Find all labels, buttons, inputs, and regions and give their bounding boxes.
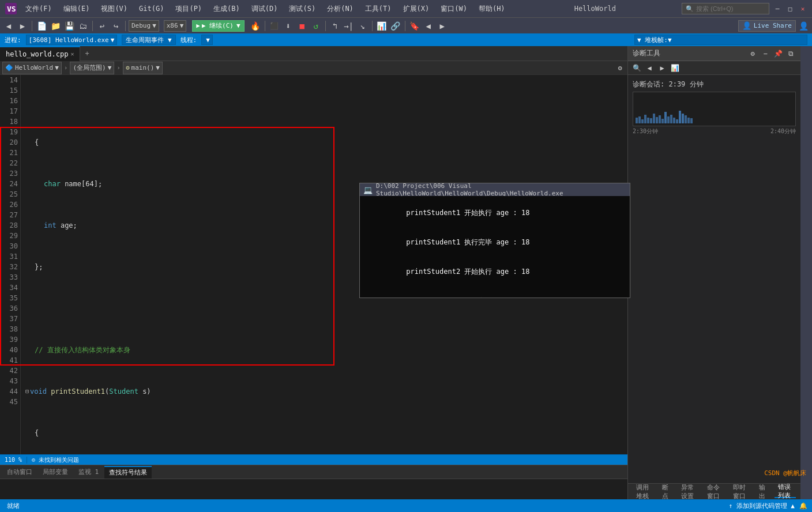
- menu-help[interactable]: 帮助(H): [475, 3, 509, 15]
- tab-immediate[interactable]: 即时窗口: [730, 485, 751, 498]
- menu-extensions[interactable]: 扩展(X): [400, 3, 433, 15]
- tab-watch1[interactable]: 监视 1: [74, 466, 103, 479]
- step-into-button[interactable]: ⬇: [282, 20, 295, 32]
- live-share-button[interactable]: 👤 Live Share: [738, 20, 796, 32]
- scope-selector[interactable]: (全局范围) ▼: [70, 62, 114, 74]
- save-all-button[interactable]: 🗂: [77, 20, 89, 32]
- menu-debug[interactable]: 调试(D): [248, 3, 281, 15]
- diag-pin-button[interactable]: 📌: [773, 48, 783, 59]
- notification-icon[interactable]: 🔔: [799, 502, 807, 510]
- tab-breakpoints[interactable]: 断点: [659, 485, 673, 498]
- scope-arrow: ▼: [108, 64, 112, 71]
- tab-find-results[interactable]: 查找符号结果: [104, 466, 152, 479]
- class-icon: 🔷: [5, 64, 13, 71]
- platform-dropdown[interactable]: x86 ▼: [164, 20, 187, 32]
- chart-labels: 2:30分钟 2:40分钟: [633, 127, 796, 135]
- bookmark-button[interactable]: 🔖: [408, 20, 421, 32]
- prev-bookmark[interactable]: ◀: [422, 20, 435, 32]
- save-button[interactable]: 💾: [63, 20, 76, 32]
- tab-error-list[interactable]: 错误列表: [775, 485, 796, 498]
- breadcrumb-sep2: ›: [115, 64, 122, 71]
- open-button[interactable]: 📁: [49, 20, 62, 32]
- new-tab-button[interactable]: +: [80, 50, 93, 58]
- function-icon: ⚙: [126, 64, 130, 71]
- app: VS 文件(F) 编辑(E) 视图(V) Git(G) 项目(P) 生成(B) …: [0, 0, 812, 512]
- step-over-button[interactable]: ⬛: [268, 20, 281, 32]
- class-selector[interactable]: 🔷 HelloWorld ▼: [2, 62, 62, 74]
- undo-button[interactable]: ↩: [96, 20, 108, 32]
- menu-git[interactable]: Git(G): [136, 3, 167, 14]
- process-value: [3608] HelloWorld.exe: [29, 36, 109, 44]
- search-icon: 🔍: [686, 5, 694, 13]
- tab-output[interactable]: 输出: [755, 485, 770, 498]
- status-left: 就绪: [5, 502, 22, 510]
- diag-content: 诊断会话: 2:39 分钟: [628, 75, 800, 483]
- function-selector[interactable]: ⚙ main() ▼: [123, 62, 163, 74]
- redo-button[interactable]: ↪: [110, 20, 122, 32]
- next-bookmark[interactable]: ▶: [436, 20, 449, 32]
- tab-close-icon[interactable]: ✕: [70, 51, 74, 57]
- minimize-button[interactable]: ─: [773, 4, 782, 13]
- debug-config-dropdown[interactable]: Debug ▼: [129, 20, 159, 32]
- tab-exception-settings[interactable]: 异常设置: [678, 485, 699, 498]
- find-results-label: 查找符号结果: [109, 468, 147, 477]
- diag-chart-icon[interactable]: 📊: [670, 63, 680, 73]
- diagnostics-panel: 诊断工具 ⚙ − 📌 ⧉ 🔍 ◀ ▶ 📊 诊断会话: 2:39 分钟: [627, 46, 800, 499]
- forward-button[interactable]: ▶: [16, 20, 29, 32]
- diag-float-button[interactable]: ⧉: [785, 48, 796, 59]
- diag-next-btn[interactable]: ▶: [657, 63, 667, 73]
- close-button[interactable]: ✕: [798, 4, 807, 13]
- diag-zoom-in[interactable]: 🔍: [631, 63, 642, 73]
- stackframe-dropdown[interactable]: ▼ 堆栈帧: ▼: [634, 35, 807, 45]
- console-window[interactable]: 💻 D:\002 Project\006 Visual Studio\Hello…: [359, 183, 630, 298]
- stop-debug-button[interactable]: ■: [296, 20, 309, 32]
- toolbar: ◀ ▶ 📄 📁 💾 🗂 ↩ ↪ Debug ▼ x86 ▼ ▶ ▶ 继续(C) …: [0, 17, 812, 33]
- restart-button[interactable]: ↺: [310, 20, 322, 32]
- tab-command-window[interactable]: 命令窗口: [704, 485, 725, 498]
- sep4: [265, 21, 265, 31]
- menu-test[interactable]: 测试(S): [285, 3, 319, 15]
- search-bar[interactable]: 🔍: [682, 3, 769, 14]
- step-in-specific[interactable]: ↘: [356, 20, 369, 32]
- chart-end-label: 2:40分钟: [770, 127, 796, 135]
- lifecycle-button[interactable]: 生命周期事件 ▼: [122, 35, 175, 45]
- perf-profiler[interactable]: 📊: [375, 20, 388, 32]
- tab-hello-world-cpp[interactable]: hello_world.cpp ✕: [0, 46, 80, 61]
- menu-view[interactable]: 视图(V): [97, 3, 131, 15]
- tab-locals[interactable]: 局部变量: [38, 466, 73, 479]
- attach-debugger[interactable]: 🔗: [389, 20, 402, 32]
- menu-tools[interactable]: 工具(T): [362, 3, 395, 15]
- hotreload-button[interactable]: 🔥: [249, 20, 262, 32]
- ready-status: 就绪: [5, 502, 22, 510]
- app-title: HelloWorld: [509, 5, 682, 13]
- menu-edit[interactable]: 编辑(E): [60, 3, 93, 15]
- split-editor-button[interactable]: ⚙: [615, 63, 625, 73]
- dropdown-arrow-icon: ▼: [152, 22, 156, 29]
- source-control-button[interactable]: ↑ 添加到源代码管理 ▲: [729, 502, 795, 510]
- menu-project[interactable]: 项目(P): [172, 3, 205, 15]
- maximize-button[interactable]: □: [785, 4, 795, 13]
- diag-prev-btn[interactable]: ◀: [644, 63, 655, 73]
- menu-window[interactable]: 窗口(W): [437, 3, 471, 15]
- console-body: printStudent1 开始执行 age : 18 printStudent…: [360, 196, 630, 298]
- thread-dropdown[interactable]: ▼: [201, 35, 213, 45]
- back-button[interactable]: ◀: [2, 20, 15, 32]
- zoom-level: 110 %: [5, 457, 22, 463]
- menu-file[interactable]: 文件(F): [22, 3, 55, 15]
- search-input[interactable]: [696, 5, 765, 12]
- command-window-label: 命令窗口: [707, 483, 721, 500]
- stackframe-label: ▼ 堆栈帧:: [637, 36, 668, 44]
- diag-close-button[interactable]: −: [760, 48, 770, 59]
- tab-call-stack[interactable]: 调用堆栈: [633, 485, 654, 498]
- menu-build[interactable]: 生成(B): [210, 3, 243, 15]
- diag-settings-button[interactable]: ⚙: [747, 48, 758, 59]
- continue-button[interactable]: ▶ ▶ 继续(C) ▼: [192, 20, 244, 32]
- account-button[interactable]: 👤: [797, 20, 810, 32]
- step-back-button[interactable]: ↰: [329, 20, 341, 32]
- new-file-button[interactable]: 📄: [35, 20, 48, 32]
- run-to-cursor[interactable]: →|: [343, 20, 355, 32]
- line-numbers: 14 15 16 17 18 19 20 21 22 23 24 25 26 2…: [0, 75, 21, 454]
- process-dropdown[interactable]: [3608] HelloWorld.exe ▼: [26, 35, 118, 45]
- tab-auto-window[interactable]: 自动窗口: [2, 466, 37, 479]
- menu-analyze[interactable]: 分析(N): [324, 3, 357, 15]
